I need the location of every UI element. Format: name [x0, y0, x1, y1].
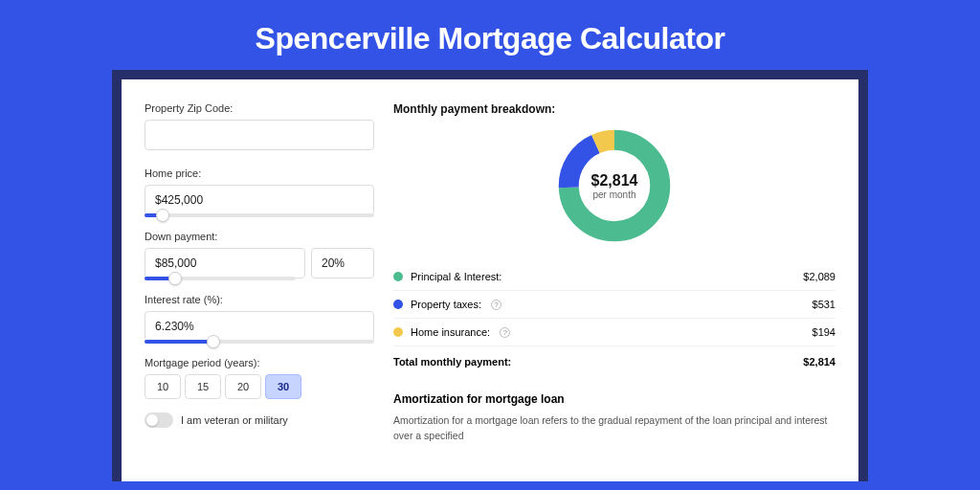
legend-label: Home insurance: — [411, 326, 490, 338]
total-label: Total monthly payment: — [393, 356, 511, 368]
interest-rate-slider[interactable] — [145, 340, 374, 344]
total-value: $2,814 — [803, 356, 835, 368]
legend-label: Property taxes: — [411, 299, 481, 310]
donut-value: $2,814 — [591, 172, 638, 189]
breakdown-column: Monthly payment breakdown: $2,814 per mo… — [393, 102, 835, 444]
swatch-icon — [393, 272, 403, 281]
home-price-input[interactable] — [145, 185, 374, 215]
amortization-section: Amortization for mortgage loan Amortizat… — [393, 392, 835, 444]
toggle-knob — [146, 414, 158, 426]
period-btn-30[interactable]: 30 — [265, 374, 301, 399]
legend: Principal & Interest:$2,089Property taxe… — [393, 263, 835, 346]
info-icon[interactable]: ? — [500, 327, 510, 338]
veteran-row: I am veteran or military — [145, 412, 374, 428]
down-payment-label: Down payment: — [145, 231, 374, 242]
period-buttons: 10152030 — [145, 374, 374, 399]
interest-rate-label: Interest rate (%): — [145, 294, 374, 305]
period-field: Mortgage period (years): 10152030 — [145, 357, 374, 399]
period-btn-10[interactable]: 10 — [145, 374, 181, 399]
total-row: Total monthly payment: $2,814 — [393, 346, 835, 375]
home-price-field: Home price: — [145, 167, 374, 217]
swatch-icon — [393, 327, 403, 337]
interest-rate-field: Interest rate (%): — [145, 294, 374, 344]
donut-sub: per month — [592, 189, 635, 200]
legend-value: $194 — [813, 326, 835, 338]
zip-label: Property Zip Code: — [145, 102, 374, 114]
legend-value: $531 — [813, 299, 835, 310]
inputs-column: Property Zip Code: Home price: Down paym… — [145, 102, 374, 444]
legend-row: Home insurance:?$194 — [393, 319, 835, 346]
down-payment-field: Down payment: — [145, 231, 374, 280]
donut-center: $2,814 per month — [554, 125, 675, 246]
zip-field: Property Zip Code: — [145, 102, 374, 150]
breakdown-title: Monthly payment breakdown: — [393, 102, 835, 116]
legend-row: Property taxes:?$531 — [393, 291, 835, 319]
amortization-body: Amortization for a mortgage loan refers … — [393, 413, 835, 444]
period-label: Mortgage period (years): — [145, 357, 374, 368]
period-btn-15[interactable]: 15 — [185, 374, 221, 399]
info-icon[interactable]: ? — [491, 300, 501, 310]
legend-label: Principal & Interest: — [411, 271, 501, 282]
legend-row: Principal & Interest:$2,089 — [393, 263, 835, 291]
interest-rate-slider-thumb[interactable] — [207, 335, 220, 348]
home-price-slider[interactable] — [145, 213, 374, 217]
interest-rate-input[interactable] — [145, 311, 374, 342]
veteran-toggle[interactable] — [145, 412, 173, 428]
amortization-title: Amortization for mortgage loan — [393, 392, 835, 406]
interest-rate-slider-fill — [145, 340, 213, 344]
period-btn-20[interactable]: 20 — [225, 374, 261, 399]
page-title: Spencerville Mortgage Calculator — [0, 0, 980, 70]
down-payment-slider-thumb[interactable] — [168, 272, 182, 285]
swatch-icon — [393, 300, 403, 309]
donut-chart: $2,814 per month — [554, 125, 675, 246]
home-price-slider-thumb[interactable] — [156, 209, 169, 222]
home-price-label: Home price: — [145, 167, 374, 179]
donut-wrap: $2,814 per month — [393, 122, 835, 263]
card-shadow: Property Zip Code: Home price: Down paym… — [112, 70, 868, 481]
veteran-label: I am veteran or military — [181, 414, 288, 426]
zip-input[interactable] — [145, 120, 374, 150]
down-payment-slider[interactable] — [145, 277, 296, 280]
down-payment-pct-input[interactable] — [311, 248, 374, 278]
calculator-card: Property Zip Code: Home price: Down paym… — [122, 79, 858, 481]
legend-value: $2,089 — [803, 271, 835, 282]
